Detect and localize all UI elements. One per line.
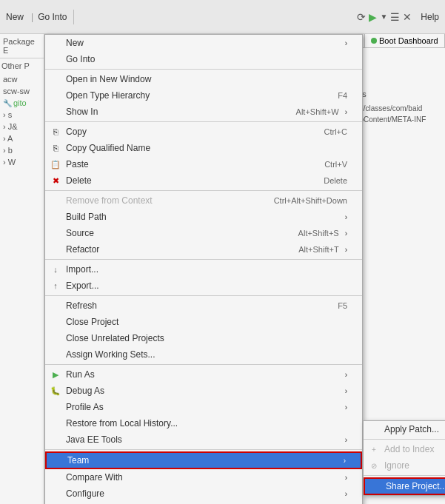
arrow-icon-source: › xyxy=(345,229,347,238)
other-projects-label: Other P xyxy=(0,58,44,73)
menu-icon[interactable]: ☰ xyxy=(390,11,400,23)
add-to-index-icon: + xyxy=(367,446,381,454)
menu-item-build-path[interactable]: Build Path › xyxy=(45,209,362,225)
separator-7 xyxy=(45,449,362,450)
top-toolbar: New | Go Into ⟳ ▶ ▼ ☰ ✕ Help xyxy=(0,0,445,34)
separator-5 xyxy=(45,295,362,296)
menu-item-java-ee-tools[interactable]: Java EE Tools › xyxy=(45,431,362,448)
arrow-icon-run-as: › xyxy=(345,371,347,379)
menu-item-source[interactable]: Source Alt+Shift+S › xyxy=(45,225,362,241)
menu-item-profile-as[interactable]: Profile As › xyxy=(45,399,362,415)
arrow-icon-profile-as: › xyxy=(345,403,347,411)
menu-item-refactor[interactable]: Refactor Alt+Shift+T › xyxy=(45,241,362,258)
arrow-icon-debug-as: › xyxy=(345,387,347,395)
dropdown-arrow-icon[interactable]: ▼ xyxy=(380,13,387,21)
menu-item-assign-working-sets[interactable]: Assign Working Sets... xyxy=(45,346,362,363)
separator-1 xyxy=(45,69,362,70)
menu-item-copy[interactable]: ⎘ Copy Ctrl+C xyxy=(45,124,362,140)
team-submenu: Apply Patch... + Add to Index ⊘ Ignore S… xyxy=(363,420,445,496)
acw-item[interactable]: acw xyxy=(0,73,44,85)
git-icon: 🔧 xyxy=(3,99,12,107)
menu-item-configure[interactable]: Configure › xyxy=(45,485,362,502)
menu-item-remove-context: Remove from Context Ctrl+Alt+Shift+Down xyxy=(45,192,362,209)
scw-sw-item[interactable]: scw-sw xyxy=(0,85,44,97)
arrow-icon-team: › xyxy=(344,457,346,465)
run-as-icon: ▶ xyxy=(48,370,63,380)
menu-item-go-into[interactable]: Go Into xyxy=(45,51,362,67)
separator-6 xyxy=(45,364,362,365)
menu-item-close-project[interactable]: Close Project xyxy=(45,314,362,330)
delete-icon: ✖ xyxy=(48,176,63,186)
b-item[interactable]: › b xyxy=(0,144,44,156)
separator-4 xyxy=(45,259,362,260)
copy-qualified-icon: ⎘ xyxy=(48,144,63,152)
j-item[interactable]: › J& xyxy=(0,121,44,132)
arrow-icon-show-in: › xyxy=(345,108,347,116)
copy-icon: ⎘ xyxy=(48,127,63,136)
menu-item-restore-local-history[interactable]: Restore from Local History... xyxy=(45,415,362,431)
submenu-separator-1 xyxy=(364,439,445,440)
context-menu-area: New › Go Into Open in New Window Open Ty… xyxy=(44,34,445,504)
refresh-icon[interactable]: ⟳ xyxy=(357,11,366,23)
submenu-item-ignore: ⊘ Ignore xyxy=(364,457,445,474)
arrow-icon-build-path: › xyxy=(345,213,347,221)
import-icon: ↓ xyxy=(48,265,63,274)
main-layout: Package E Other P acw scw-sw 🔧gito › s ›… xyxy=(0,34,445,504)
menu-item-new[interactable]: New › xyxy=(45,35,362,51)
s-item[interactable]: › s xyxy=(0,109,44,121)
menu-item-delete[interactable]: ✖ Delete Delete xyxy=(45,172,362,189)
menu-item-compare-with[interactable]: Compare With › xyxy=(45,469,362,485)
package-explorer-label: Package E xyxy=(0,34,44,58)
arrow-icon-new: › xyxy=(345,39,347,47)
submenu-item-apply-patch[interactable]: Apply Patch... xyxy=(364,421,445,437)
toolbar-divider xyxy=(73,10,74,24)
menu-item-close-unrelated[interactable]: Close Unrelated Projects xyxy=(45,330,362,346)
arrow-icon-configure: › xyxy=(345,490,347,498)
menu-item-team[interactable]: Team › xyxy=(45,451,362,469)
menu-item-export[interactable]: ↑ Export... xyxy=(45,278,362,294)
debug-as-icon: 🐛 xyxy=(48,386,63,396)
boot-dashboard-dot xyxy=(371,38,377,44)
menu-item-debug-as[interactable]: 🐛 Debug As › xyxy=(45,383,362,399)
arrow-icon-java-ee-tools: › xyxy=(345,436,347,444)
submenu-separator-2 xyxy=(364,475,445,476)
toolbar-label-gointo: Go Into xyxy=(38,12,67,22)
submenu-item-share-project[interactable]: Share Project... xyxy=(364,477,445,495)
menu-item-open-new-window[interactable]: Open in New Window xyxy=(45,71,362,87)
tab-boot-dashboard[interactable]: Boot Dashboard xyxy=(365,34,445,47)
separator-3 xyxy=(45,190,362,191)
menu-item-open-type-hierarchy[interactable]: Open Type Hierarchy F4 xyxy=(45,87,362,104)
export-icon: ↑ xyxy=(48,281,63,290)
submenu-item-add-to-index: + Add to Index xyxy=(364,441,445,457)
menu-item-run-as[interactable]: ▶ Run As › xyxy=(45,366,362,383)
a-item[interactable]: › A xyxy=(0,132,44,144)
paste-icon: 📋 xyxy=(48,160,63,169)
w-item[interactable]: › W xyxy=(0,156,44,168)
left-panel: Package E Other P acw scw-sw 🔧gito › s ›… xyxy=(0,34,44,504)
ignore-icon: ⊘ xyxy=(367,462,381,470)
menu-item-refresh[interactable]: Refresh F5 xyxy=(45,298,362,314)
menu-item-show-in[interactable]: Show In Alt+Shift+W › xyxy=(45,104,362,120)
menu-item-copy-qualified-name[interactable]: ⎘ Copy Qualified Name xyxy=(45,140,362,156)
help-label: Help xyxy=(421,12,439,22)
menu-item-paste[interactable]: 📋 Paste Ctrl+V xyxy=(45,156,362,172)
arrow-icon-compare-with: › xyxy=(345,474,347,482)
context-menu: New › Go Into Open in New Window Open Ty… xyxy=(44,34,363,504)
toolbar-label-new: New xyxy=(6,12,24,22)
toolbar-sep1: | xyxy=(31,12,33,22)
git-item[interactable]: 🔧gito xyxy=(0,97,44,109)
close-icon[interactable]: ✕ xyxy=(403,11,412,23)
run-icon[interactable]: ▶ xyxy=(369,11,377,23)
right-toolbar: ⟳ ▶ ▼ ☰ ✕ Help xyxy=(357,11,439,23)
separator-2 xyxy=(45,121,362,122)
arrow-icon-refactor: › xyxy=(345,246,347,254)
menu-item-import[interactable]: ↓ Import... xyxy=(45,261,362,278)
